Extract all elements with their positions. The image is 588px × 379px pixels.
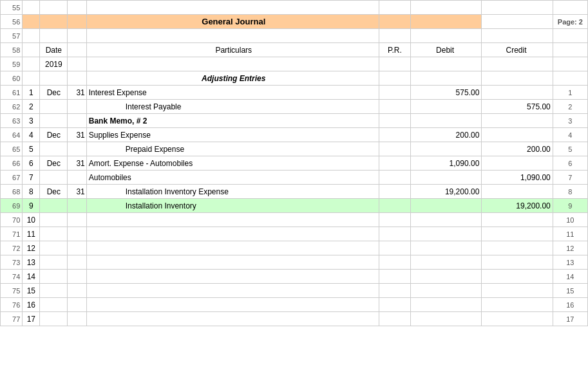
credit-67: 1,090.00 — [482, 171, 553, 185]
month-header: Date — [40, 43, 68, 57]
entrynum-65: 5 — [23, 142, 40, 156]
refnum-77: 17 — [553, 312, 587, 326]
refnum-55 — [553, 1, 587, 15]
refnum-65: 5 — [553, 142, 587, 156]
particulars-69: Installation Inventory — [86, 199, 379, 213]
credit-56 — [482, 15, 553, 29]
refnum-74: 14 — [553, 270, 587, 284]
refnum-69: 9 — [553, 199, 587, 213]
entrynum-66: 6 — [23, 156, 40, 171]
row-71: 71 11 11 — [1, 227, 588, 241]
rownum-67: 67 — [1, 171, 23, 185]
pr-57 — [379, 29, 410, 43]
rownum-71: 71 — [1, 227, 23, 241]
rownum-65: 65 — [1, 142, 23, 156]
particulars-55 — [86, 1, 379, 15]
debit-76 — [410, 298, 481, 312]
day-66: 31 — [68, 156, 86, 171]
debit-64: 200.00 — [410, 128, 481, 142]
pr-77 — [379, 312, 410, 326]
rownum-58: 58 — [1, 43, 23, 57]
credit-59 — [482, 57, 553, 71]
debit-59 — [410, 57, 481, 71]
credit-61 — [482, 86, 553, 100]
rownum-64: 64 — [1, 128, 23, 142]
refnum-71: 11 — [553, 227, 587, 241]
entrynum-71: 11 — [23, 227, 40, 241]
day-63 — [68, 114, 86, 128]
debit-55 — [410, 1, 481, 15]
refnum-64: 4 — [553, 128, 587, 142]
rownum-74: 74 — [1, 270, 23, 284]
pr-64 — [379, 128, 410, 142]
rownum-62: 62 — [1, 100, 23, 114]
refnum-75: 15 — [553, 284, 587, 298]
day-62 — [68, 100, 86, 114]
entrynum-77: 17 — [23, 312, 40, 326]
credit-71 — [482, 227, 553, 241]
credit-72 — [482, 241, 553, 255]
row-69: 69 9 Installation Inventory 19,200.00 9 — [1, 199, 588, 213]
pr-71 — [379, 227, 410, 241]
pr-67 — [379, 171, 410, 185]
day-header — [68, 43, 86, 57]
entrynum-75: 15 — [23, 284, 40, 298]
month-60 — [40, 71, 68, 86]
debit-72 — [410, 241, 481, 255]
refnum-68: 8 — [553, 185, 587, 199]
day-61: 31 — [68, 86, 86, 100]
debit-61: 575.00 — [410, 86, 481, 100]
entrynum-68: 8 — [23, 185, 40, 199]
day-71 — [68, 227, 86, 241]
month-74 — [40, 270, 68, 284]
title-56: General Journal — [86, 15, 379, 29]
particulars-72 — [86, 241, 379, 255]
entrynum-70: 10 — [23, 213, 40, 227]
particulars-75 — [86, 284, 379, 298]
credit-69: 19,200.00 — [482, 199, 553, 213]
row-57: 57 — [1, 29, 588, 43]
day-70 — [68, 213, 86, 227]
refnum-66: 6 — [553, 156, 587, 171]
rownum-61: 61 — [1, 86, 23, 100]
month-76 — [40, 298, 68, 312]
debit-73 — [410, 255, 481, 270]
particulars-65: Prepaid Expense — [86, 142, 379, 156]
day-64: 31 — [68, 128, 86, 142]
particulars-62: Interest Payable — [86, 100, 379, 114]
day-77 — [68, 312, 86, 326]
particulars-73 — [86, 255, 379, 270]
pr-61 — [379, 86, 410, 100]
particulars-67: Automobiles — [86, 171, 379, 185]
row-60: 60 Adjusting Entries — [1, 71, 588, 86]
particulars-64: Supplies Expense — [86, 128, 379, 142]
day-68: 31 — [68, 185, 86, 199]
refnum-57 — [553, 29, 587, 43]
day-56 — [68, 15, 86, 29]
day-73 — [68, 255, 86, 270]
day-60 — [68, 71, 86, 86]
particulars-header: Particulars — [86, 43, 379, 57]
debit-69 — [410, 199, 481, 213]
rownum-66: 66 — [1, 156, 23, 171]
debit-56 — [410, 15, 481, 29]
debit-65 — [410, 142, 481, 156]
day-59 — [68, 57, 86, 71]
row-68: 68 8 Dec 31 Installation Inventory Expen… — [1, 185, 588, 199]
debit-71 — [410, 227, 481, 241]
debit-74 — [410, 270, 481, 284]
particulars-59 — [86, 57, 379, 71]
pr-68 — [379, 185, 410, 199]
refnum-67: 7 — [553, 171, 587, 185]
entrynum-69: 9 — [23, 199, 40, 213]
particulars-74 — [86, 270, 379, 284]
rownum-69: 69 — [1, 199, 23, 213]
debit-66: 1,090.00 — [410, 156, 481, 171]
pr-75 — [379, 284, 410, 298]
day-57 — [68, 29, 86, 43]
debit-57 — [410, 29, 481, 43]
row-67: 67 7 Automobiles 1,090.00 7 — [1, 171, 588, 185]
year-header: 2019 — [40, 57, 68, 71]
credit-77 — [482, 312, 553, 326]
entrynum-55 — [23, 1, 40, 15]
